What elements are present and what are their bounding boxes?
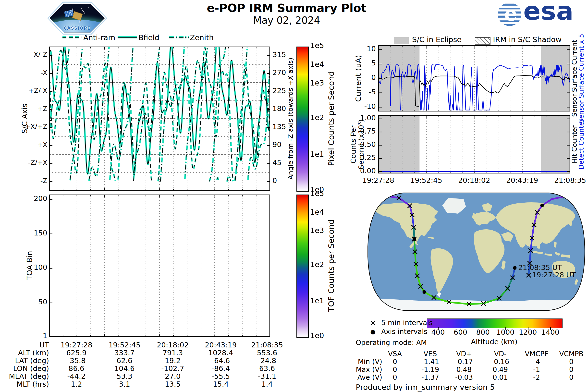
antarctica xyxy=(368,299,585,311)
sc-axis-tick-+X/+Z: +X/+Z xyxy=(0,123,47,130)
page-title: e-POP IRM Summary Plot xyxy=(207,2,366,15)
counts-ylabel-line1: Counts Per xyxy=(349,125,358,164)
time-tick-2: 20:18:02 xyxy=(458,176,490,184)
map-annotation-21:08:35 UT: 21:08:35 UT xyxy=(518,264,562,272)
legend-sample-Anti-ram xyxy=(62,35,82,39)
hit-counter-label: Hit Counter xyxy=(570,126,578,164)
toa-tick-200: 200 xyxy=(0,194,47,202)
cb-tof-tick-1e4: 1e4 xyxy=(310,208,324,216)
alt-tick-800: 800 xyxy=(476,328,490,336)
time-tick-4: 21:08:35 xyxy=(554,176,586,184)
voltage-cell: 0 xyxy=(393,358,397,366)
voltage-col-VD-: VD- xyxy=(494,350,507,358)
angle-axis-label: Angle from -Z axis (towards +X axis) xyxy=(287,58,294,179)
ephemeris-cell: -35.8 xyxy=(67,356,86,365)
ephemeris-row-label-LAT (deg): LAT (deg) xyxy=(0,356,49,365)
toa-tick-150: 150 xyxy=(0,229,47,237)
ephemeris-cell: -44.2 xyxy=(67,372,86,380)
time-tick-1: 19:52:45 xyxy=(410,176,442,184)
altitude-colorbar-title: Altitude (km) xyxy=(471,338,518,346)
ephemeris-cell: -102.7 xyxy=(161,364,184,373)
alt-tick-1400: 1400 xyxy=(541,328,559,336)
ephemeris-cell: 86.6 xyxy=(68,364,84,373)
dot-marker-icon: ● xyxy=(370,328,376,335)
ephemeris-cell: 3.1 xyxy=(119,380,130,388)
angle-tick-0: 0 xyxy=(272,176,277,185)
voltage-cell: 0.49 xyxy=(493,366,508,374)
voltage-cell: 0 xyxy=(393,366,397,374)
voltage-cell: -0.17 xyxy=(455,358,473,366)
toa-bin-chart xyxy=(49,194,270,337)
angle-tick-45: 45 xyxy=(272,158,282,167)
ephemeris-cell: 21:08:35 xyxy=(251,341,283,349)
voltage-cell: -4 xyxy=(533,358,540,366)
sensor-surface-current-x5-label: Sensor Surface Current x 5 xyxy=(578,34,585,123)
toa-tick-1: 1 xyxy=(0,332,47,340)
ephemeris-cell: -55.5 xyxy=(212,372,230,380)
cb-pixel-tick-1e5: 1e5 xyxy=(310,41,324,50)
legend-sample-Zenith xyxy=(169,35,189,39)
legend-label-Anti-ram: Anti-ram xyxy=(83,33,115,42)
curChart-ytick--5: -5 xyxy=(302,88,376,96)
esa-logo-text: esa xyxy=(523,0,574,26)
shadow-legend-label: IRM in S/C Shadow xyxy=(493,35,562,44)
ephemeris-row-label-ALT (km): ALT (km) xyxy=(0,349,49,357)
sc-axis-tick--X: -X xyxy=(0,69,47,76)
ephemeris-cell: 1028.4 xyxy=(208,349,233,357)
angle-tick-225: 225 xyxy=(272,86,286,95)
voltage-row-Ave (V): Ave (V) xyxy=(309,374,382,382)
cb-tof-tick-1e0: 1e0 xyxy=(310,331,324,340)
time-tick-0: 19:27:28 xyxy=(362,176,394,184)
world-map-ground-track: 19:27:28 UT21:08:35 UT xyxy=(368,192,585,311)
voltage-cell: -2 xyxy=(533,374,540,382)
voltage-cell: 0 xyxy=(569,366,574,374)
cb-pixel-tick-1e4: 1e4 xyxy=(310,60,324,68)
alt-tick-400: 400 xyxy=(431,328,445,336)
ephemeris-row-label-MLT (hrs): MLT (hrs) xyxy=(0,380,49,388)
curChart-ytick--10: -10 xyxy=(302,102,376,110)
sc-axis-tick--Z: -Z xyxy=(0,177,47,184)
sc-axis-tick-+Z/-X: +Z/-X xyxy=(0,87,47,94)
voltage-col-VSA: VSA xyxy=(388,350,402,358)
angle-tick-270: 270 xyxy=(272,68,286,77)
ephemeris-cell: 104.6 xyxy=(114,364,134,373)
esa-logo-e: e xyxy=(504,3,517,25)
cb-tof-tick-1e3: 1e3 xyxy=(310,226,324,235)
angle-tick-180: 180 xyxy=(272,104,286,113)
ephemeris-cell: 15.4 xyxy=(213,380,229,388)
ephemeris-cell: -24.8 xyxy=(258,356,276,365)
page-date: May 02, 2024 xyxy=(253,15,320,26)
voltage-cell: -1.37 xyxy=(422,374,439,382)
voltage-col-VCMPB: VCMPB xyxy=(559,350,584,358)
ephemeris-cell: -31.1 xyxy=(258,372,276,380)
voltage-cell: -0.16 xyxy=(492,358,509,366)
cb-pixel-tick-1e3: 1e3 xyxy=(310,79,324,87)
map-graphic: 19:27:28 UT21:08:35 UT xyxy=(368,192,585,311)
epop-irm-summary-plot: CASSIOPE e-POP IRM Summary Plot May 02, … xyxy=(0,0,588,392)
x-marker-icon: × xyxy=(370,318,376,328)
ephemeris-cell: 20:18:02 xyxy=(157,341,189,349)
satellite-icon xyxy=(72,11,83,20)
cb-pixel-tick-1e1: 1e1 xyxy=(310,150,324,158)
ephemeris-cell: 553.6 xyxy=(257,349,277,357)
ephemeris-cell: 27.0 xyxy=(165,372,181,380)
esa-logo-globe: e xyxy=(498,2,521,26)
shadow-swatch xyxy=(475,37,490,44)
angle-tick-90: 90 xyxy=(272,140,282,149)
voltage-cell: -1.41 xyxy=(422,358,439,366)
cb-tof-tick-1e1: 1e1 xyxy=(310,296,324,305)
legend-label-Zenith: Zenith xyxy=(190,33,214,42)
voltage-cell: -1.19 xyxy=(422,366,439,374)
angle-tick-135: 135 xyxy=(272,122,286,131)
voltage-cell: -0.03 xyxy=(455,374,473,382)
five-min-intervals-label: 5 min intervals xyxy=(381,319,433,327)
voltage-cell: 0 xyxy=(569,358,574,366)
cassiope-label: CASSIOPE xyxy=(50,26,105,30)
ephemeris-cell: 625.9 xyxy=(66,349,86,357)
ephemeris-cell: 19:27:28 xyxy=(60,341,92,349)
voltage-row-Max (V): Max (V) xyxy=(309,366,382,374)
tof-counts-colorbar xyxy=(296,194,309,338)
ephemeris-row-label-LON (deg): LON (deg) xyxy=(0,364,49,373)
voltage-col-VMCPF: VMCPF xyxy=(525,350,548,358)
ephemeris-cell: 53.3 xyxy=(116,372,132,380)
